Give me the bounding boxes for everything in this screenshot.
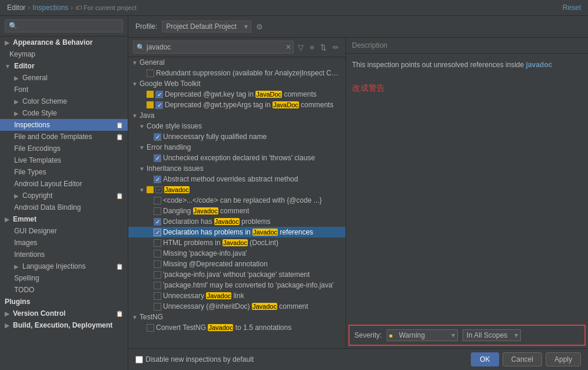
- sidebar-item-spelling[interactable]: Spelling: [0, 272, 128, 284]
- arrow-icon: ▼: [139, 123, 145, 130]
- checkbox[interactable]: ✓: [154, 133, 161, 141]
- sidebar-label: Editor: [14, 62, 35, 70]
- checkbox[interactable]: [154, 207, 161, 215]
- sidebar-item-build-execution[interactable]: ▶ Build, Execution, Deployment: [0, 319, 128, 331]
- tree-node-testng-convert[interactable]: Convert TestNG Javadoc to 1.5 annotation…: [128, 322, 346, 333]
- checkbox[interactable]: [154, 239, 161, 247]
- profile-dropdown[interactable]: Project Default Project Default: [162, 21, 251, 32]
- checkbox[interactable]: [154, 303, 161, 310]
- checkbox[interactable]: ✓: [155, 101, 163, 109]
- sidebar-item-code-style[interactable]: ▶ Code Style: [0, 107, 128, 119]
- tree-node-code-style-issues[interactable]: ▼ Code style issues: [128, 121, 346, 131]
- tree-node-javadoc-group[interactable]: ▼ − Javadoc: [128, 184, 346, 195]
- sidebar-item-color-scheme[interactable]: ▶ Color Scheme: [0, 95, 128, 107]
- sidebar-item-file-code-templates[interactable]: File and Code Templates 📋: [0, 131, 128, 143]
- reset-button[interactable]: Reset: [563, 4, 581, 12]
- tree-node-gwt[interactable]: ▼ Google Web Toolkit: [128, 78, 346, 89]
- sidebar-item-android-layout[interactable]: Android Layout Editor: [0, 178, 128, 190]
- sidebar-item-general[interactable]: ▶ General: [0, 72, 128, 84]
- sidebar-item-intentions[interactable]: Intentions: [0, 249, 128, 260]
- sidebar-item-appearance[interactable]: ▶ Appearance & Behavior: [0, 37, 128, 48]
- checkbox[interactable]: [147, 324, 154, 332]
- sidebar-item-font[interactable]: Font: [0, 84, 128, 95]
- checkbox[interactable]: ✓: [154, 176, 161, 183]
- node-label: Missing @Deprecated annotation: [163, 260, 342, 268]
- tree-node-error-handling[interactable]: ▼ Error handling: [128, 142, 346, 153]
- tree-node-dangling-javadoc[interactable]: Dangling Javadoc comment: [128, 206, 346, 216]
- scope-dropdown[interactable]: In All Scopes In Tests Everywhere: [463, 329, 521, 341]
- sidebar-label: Spelling: [14, 274, 39, 282]
- apply-button[interactable]: Apply: [546, 352, 581, 366]
- tree-node-general[interactable]: ▼ General: [128, 57, 346, 68]
- sidebar-item-emmet[interactable]: ▶ Emmet: [0, 213, 128, 225]
- sidebar-item-android-data-binding[interactable]: Android Data Binding: [0, 201, 128, 213]
- checkbox[interactable]: ✓: [155, 91, 163, 98]
- tree-node-code-replaced[interactable]: <code>...</code> can be replaced with {@…: [128, 195, 346, 206]
- tree-node-unnecessary-link[interactable]: Unnecessary Javadoc link: [128, 290, 346, 301]
- sidebar-item-todo[interactable]: TODO: [0, 284, 128, 296]
- ok-button[interactable]: OK: [471, 352, 499, 366]
- checkbox[interactable]: [154, 197, 161, 204]
- sidebar-item-live-templates[interactable]: Live Templates: [0, 154, 128, 166]
- filter-button[interactable]: ▽: [296, 42, 305, 53]
- tree-node-abstract-override[interactable]: ✓ Abstract method overrides abstract met…: [128, 174, 346, 184]
- tree-node-testng[interactable]: ▼ TestNG: [128, 312, 346, 322]
- checkbox[interactable]: [154, 260, 161, 268]
- expand-all-button[interactable]: ≡: [308, 42, 316, 53]
- tree-node-unnecessary-qualified[interactable]: ✓ Unnecessary fully qualified name: [128, 131, 346, 142]
- checkbox[interactable]: [154, 250, 161, 257]
- tree-node-missing-package-java[interactable]: Missing 'package-info.java': [128, 248, 346, 259]
- profile-label: Profile:: [135, 22, 157, 31]
- checkbox[interactable]: ✓: [154, 218, 161, 226]
- arrow-icon: ▶: [14, 75, 19, 81]
- checkbox[interactable]: [147, 70, 154, 77]
- sidebar-item-inspections[interactable]: Inspections 📋: [0, 119, 128, 131]
- sidebar-item-version-control[interactable]: ▶ Version Control 📋: [0, 308, 128, 319]
- tree-node-gwt-typeargs[interactable]: ✓ Deprecated @gwt.typeArgs tag in JavaDo…: [128, 100, 346, 110]
- sidebar-item-copyright[interactable]: ▶ Copyright 📋: [0, 190, 128, 201]
- severity-dropdown[interactable]: Warning Error Weak Warning Information: [387, 329, 458, 341]
- severity-bar: Severity: ■ Warning Error Weak Warning I…: [348, 325, 586, 346]
- sidebar-item-file-types[interactable]: File Types: [0, 166, 128, 178]
- tree-node-package-info-without[interactable]: 'package-info.java' without 'package' st…: [128, 269, 346, 280]
- tree-node-gwt-key[interactable]: ✓ Deprecated @gwt.key tag in JavaDoc com…: [128, 89, 346, 100]
- tree-search-input[interactable]: javadoc: [133, 41, 294, 54]
- sidebar-item-file-encodings[interactable]: File Encodings: [0, 143, 128, 154]
- checkbox[interactable]: [154, 271, 161, 279]
- checkbox[interactable]: [154, 292, 161, 300]
- tree-node-declaration-javadoc-problems[interactable]: ✓ Declaration has Javadoc problems: [128, 216, 346, 227]
- export-button[interactable]: ✏: [331, 42, 341, 53]
- cancel-button[interactable]: Cancel: [503, 352, 542, 366]
- sidebar-item-language-injections[interactable]: ▶ Language Injections 📋: [0, 260, 128, 272]
- bottom-buttons: OK Cancel Apply: [471, 352, 581, 366]
- search-wrapper: 🔍 javadoc ✕: [133, 41, 294, 54]
- checkbox[interactable]: ✓: [154, 154, 161, 162]
- sidebar-item-images[interactable]: Images: [0, 237, 128, 249]
- breadcrumb-inspections[interactable]: Inspections: [32, 4, 68, 12]
- disable-inspections-checkbox[interactable]: [135, 356, 143, 364]
- tree-node-java[interactable]: ▼ Java: [128, 110, 346, 121]
- collapse-all-button[interactable]: ⇅: [318, 42, 328, 53]
- tree-node-html-problems[interactable]: HTML problems in Javadoc (DocLint): [128, 237, 346, 248]
- sidebar-item-editor[interactable]: ▼ Editor: [0, 60, 128, 72]
- sidebar-item-plugins[interactable]: Plugins: [0, 296, 128, 308]
- clear-search-icon[interactable]: ✕: [285, 43, 291, 51]
- sidebar-search-input[interactable]: [5, 19, 123, 32]
- checkbox[interactable]: [154, 282, 161, 289]
- checkbox[interactable]: ✓: [154, 229, 161, 236]
- gear-icon[interactable]: ⚙: [256, 22, 263, 31]
- tree-node-package-html-convert[interactable]: 'package.html' may be converted to 'pack…: [128, 280, 346, 290]
- sidebar-item-gui-designer[interactable]: GUI Designer: [0, 225, 128, 237]
- tree-node-redundant[interactable]: Redundant suppression (available for Ana…: [128, 68, 346, 78]
- breadcrumb-project: 🏷 For current project: [75, 4, 137, 11]
- sidebar-item-keymap[interactable]: Keymap: [0, 48, 128, 60]
- tree-node-unchecked-exception[interactable]: ✓ Unchecked exception declared in 'throw…: [128, 153, 346, 163]
- minus-indicator: −: [155, 186, 162, 193]
- node-label: 'package-info.java' without 'package' st…: [163, 270, 342, 279]
- tree-node-declaration-javadoc-ref[interactable]: ✓ Declaration has problems in Javadoc re…: [128, 227, 346, 237]
- sidebar-label: TODO: [14, 286, 34, 294]
- arrow-icon: ▼: [132, 314, 138, 321]
- tree-node-unnecessary-inheritdoc[interactable]: Unnecessary (@inheritDoc) Javadoc commen…: [128, 301, 346, 312]
- tree-node-inheritance[interactable]: ▼ Inheritance issues: [128, 163, 346, 174]
- tree-node-missing-deprecated[interactable]: Missing @Deprecated annotation: [128, 259, 346, 269]
